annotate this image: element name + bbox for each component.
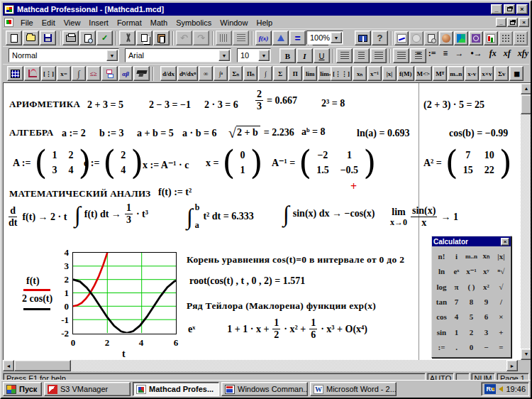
math-region-vector-x[interactable]: x = ( 01 ) [206, 148, 262, 177]
key-multiply[interactable]: × [494, 310, 509, 324]
xy-plot-button[interactable] [394, 31, 409, 45]
math-region[interactable]: a · b = 6 [182, 128, 216, 139]
key-divide[interactable]: / [494, 294, 509, 309]
horizontal-scroll-thumb[interactable] [14, 360, 71, 371]
align-left-button[interactable] [336, 48, 353, 63]
close-button[interactable]: × [516, 4, 528, 14]
align-down-button[interactable] [233, 31, 249, 45]
redo-button[interactable]: ↷ [193, 31, 209, 45]
restore-button[interactable] [504, 4, 515, 14]
menu-symbolics[interactable]: Symbolics [172, 17, 216, 28]
transpose-button[interactable]: Mᵀ [433, 66, 447, 81]
math-region-vector-c[interactable]: c := ( 24 ) [84, 148, 143, 177]
cross-product-button[interactable]: x×v [480, 66, 494, 81]
paste-button[interactable] [153, 31, 170, 45]
vector-field-button[interactable] [514, 31, 528, 45]
product-limits-button[interactable]: Πₙ [243, 66, 257, 81]
infinity-button[interactable]: ∞ [199, 66, 213, 81]
math-region-limit[interactable]: lim x→0 sin(x) x → 1 [390, 205, 458, 229]
op-global-define[interactable]: ≡ [440, 48, 452, 59]
zoom-dropdown-arrow-icon[interactable]: ▼ [331, 32, 342, 43]
xy-plot[interactable] [72, 252, 177, 334]
menu-help[interactable]: Help [252, 17, 277, 28]
math-region[interactable]: ln(a) = 0.693 [357, 128, 409, 139]
key-inverse[interactable]: x⁻¹ [464, 263, 479, 278]
style-dropdown-arrow-icon[interactable]: ▼ [106, 50, 118, 61]
key-nth-root[interactable]: ⁿ√ [494, 263, 509, 278]
scatter-plot-button[interactable] [499, 31, 513, 45]
key-minus[interactable]: − [479, 340, 494, 355]
math-region[interactable]: 2 · 3 = 6 [204, 99, 238, 111]
worksheet[interactable]: АРИФМЕТИКА 2 + 3 = 5 2 − 3 = −1 2 · 3 = … [3, 82, 532, 360]
copy-button[interactable] [136, 31, 153, 45]
task-word[interactable]: W Microsoft Word - 2... [310, 382, 397, 396]
limit-button[interactable]: lim [303, 66, 317, 81]
menu-insert[interactable]: Insert [84, 17, 113, 28]
style-select[interactable]: Normal ▼ [9, 48, 119, 62]
key-square[interactable]: x² [479, 279, 494, 294]
key-factorial[interactable]: n! [434, 248, 449, 263]
task-windows-commander[interactable]: Windows Comman... [221, 382, 308, 396]
programming-palette-button[interactable] [101, 66, 118, 81]
math-region-derivative[interactable]: d dt f(t) → 2 · t [7, 205, 67, 229]
align-across-button[interactable] [216, 31, 232, 45]
horizontal-scrollbar[interactable]: ◄ ► [3, 360, 529, 371]
scroll-up-button[interactable]: ▲ [521, 83, 532, 94]
math-region[interactable]: a + b = 5 [137, 128, 174, 139]
math-region[interactable]: 2 3 = 0.667 [255, 89, 297, 112]
menu-edit[interactable]: Edit [38, 17, 60, 28]
key-equals[interactable]: = [494, 340, 509, 355]
key-cos[interactable]: cos [434, 310, 449, 324]
calculate-button[interactable]: = [289, 31, 306, 45]
key-3[interactable]: 3 [479, 324, 494, 339]
boolean-palette-button[interactable]: ≤≥ [87, 66, 101, 81]
key-6[interactable]: 6 [479, 310, 494, 324]
heading-algebra[interactable]: АЛГЕБРА [9, 127, 53, 138]
volume-icon[interactable] [499, 386, 503, 392]
align-center-button[interactable] [353, 48, 370, 63]
calculator-palette-button[interactable] [7, 66, 23, 81]
font-select[interactable]: Arial ▼ [125, 48, 231, 62]
matrix-column-button[interactable]: M<> [415, 66, 433, 81]
math-region[interactable]: aᵇ = 8 [301, 126, 326, 138]
key-subscript[interactable]: xₙ [479, 248, 494, 263]
math-region[interactable]: f(t) := t² [158, 187, 192, 198]
key-assign[interactable]: := [434, 340, 449, 355]
op-keyword-arrow[interactable]: •→ [467, 48, 486, 59]
key-range[interactable]: m..n [464, 248, 479, 263]
op-evaluate[interactable]: = [413, 48, 425, 59]
matrix-palette-button[interactable]: [⋮] [41, 66, 56, 81]
menu-file[interactable]: File [16, 17, 38, 28]
op-prefix[interactable]: xf [500, 48, 514, 59]
graph-palette-button[interactable] [24, 66, 40, 81]
surface-plot-button[interactable] [439, 31, 453, 45]
key-parens[interactable]: ( ) [464, 279, 479, 294]
math-region-root[interactable]: root(cos(t) , t , 0 , 2) = 1.571 [189, 275, 305, 287]
spell-check-button[interactable]: ✓ [96, 31, 113, 45]
child-restore-button[interactable] [507, 18, 518, 27]
nth-derivative-button[interactable]: dⁿ/dxⁿ [177, 66, 198, 81]
key-imaginary[interactable]: i [449, 248, 464, 263]
font-dropdown-arrow-icon[interactable]: ▼ [218, 50, 230, 61]
3d-surface-button[interactable] [454, 31, 468, 45]
heading-analysis[interactable]: МАТЕМАТИЧЕСКИЙ АНАЛИЗ [9, 188, 151, 200]
calculus-palette-button[interactable]: ∫ [72, 66, 86, 81]
vertical-scrollbar[interactable]: ▲ ▼ [521, 83, 532, 360]
math-region[interactable]: x := A⁻¹ · c [143, 159, 189, 171]
range-button[interactable]: m..n [448, 66, 464, 81]
greek-palette-button[interactable]: αβ [118, 66, 133, 81]
resource-center-button[interactable] [355, 31, 371, 45]
picture-button[interactable]: ▦ [509, 66, 523, 81]
calculator-title-bar[interactable]: Calculator × [432, 236, 511, 246]
key-sin[interactable]: sin [434, 324, 449, 339]
math-region-integral-1[interactable]: ∫ f(t) dt → 1 3 · t³ [74, 202, 148, 226]
size-dropdown-arrow-icon[interactable]: ▼ [258, 50, 270, 61]
underline-button[interactable]: U [314, 48, 330, 63]
key-pi[interactable]: π [449, 279, 464, 294]
menu-format[interactable]: Format [113, 17, 146, 28]
math-region-matrix-Ainv[interactable]: A⁻¹ = ( −21 1.5−0.5 ) [272, 148, 376, 177]
help-button[interactable]: ? [372, 31, 388, 45]
math-region[interactable]: cos(b) = −0.99 [449, 128, 508, 139]
key-1[interactable]: 1 [449, 324, 464, 339]
contour-plot-button[interactable] [469, 31, 483, 45]
